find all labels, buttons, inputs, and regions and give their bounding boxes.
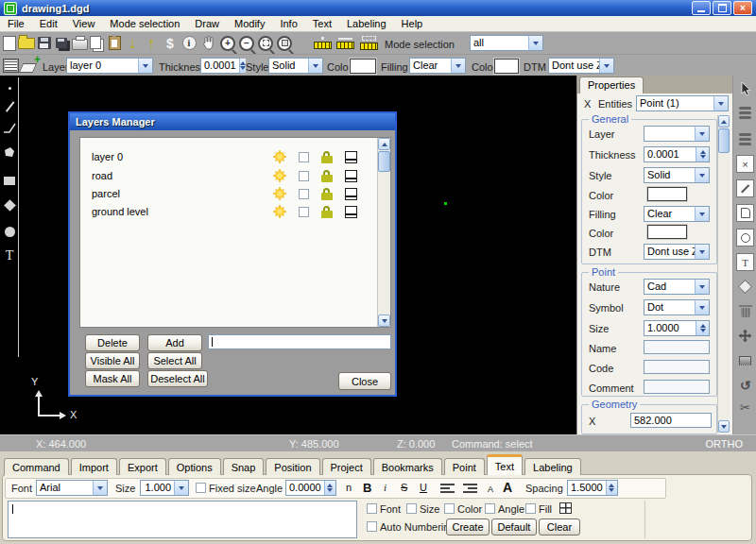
tab-properties[interactable]: Properties bbox=[579, 76, 644, 94]
format-strike-button[interactable]: S bbox=[401, 482, 407, 493]
lock-icon[interactable] bbox=[321, 151, 333, 163]
chevron-down-icon[interactable] bbox=[308, 59, 322, 73]
layer-checkbox[interactable] bbox=[299, 171, 309, 181]
menu-modify[interactable]: Modify bbox=[227, 17, 272, 30]
chevron-down-icon[interactable] bbox=[451, 59, 465, 73]
delete-button[interactable]: Delete bbox=[85, 334, 140, 351]
prop-color-swatch[interactable] bbox=[647, 187, 687, 201]
prop-filling-dropdown[interactable]: Clear bbox=[644, 206, 710, 222]
code-input[interactable] bbox=[644, 360, 710, 374]
option-fill-checkbox[interactable] bbox=[525, 503, 536, 514]
spacing-spinner[interactable]: 1.5000 bbox=[567, 480, 618, 496]
filling-dropdown[interactable]: Clear bbox=[409, 58, 466, 74]
text-size-dropdown[interactable]: 1.000 bbox=[140, 480, 189, 496]
list-scrollbar[interactable] bbox=[377, 138, 390, 327]
tool-diamond[interactable] bbox=[1, 196, 18, 213]
tab-project[interactable]: Project bbox=[322, 458, 371, 475]
panel-scrollbar[interactable] bbox=[717, 115, 730, 433]
menu-mode-selection[interactable]: Mode selection bbox=[102, 17, 187, 30]
layers-list-button[interactable] bbox=[2, 57, 19, 75]
format-italic-button[interactable]: i bbox=[384, 482, 387, 493]
entities-dropdown[interactable]: Point (1) bbox=[636, 95, 729, 111]
tab-point[interactable]: Point bbox=[444, 458, 485, 475]
drawn-point[interactable] bbox=[444, 202, 447, 205]
tool-text[interactable]: T bbox=[1, 247, 18, 264]
layer-row[interactable]: layer 0 bbox=[80, 147, 390, 166]
scroll-up-icon[interactable] bbox=[718, 115, 730, 128]
close-dialog-button[interactable]: Close bbox=[338, 372, 391, 390]
menu-help[interactable]: Help bbox=[394, 17, 431, 30]
lock-icon[interactable] bbox=[321, 170, 333, 182]
close-button[interactable]: × bbox=[733, 1, 752, 15]
line-tool-button[interactable] bbox=[736, 179, 754, 197]
mode-selection-dropdown[interactable]: all bbox=[470, 35, 543, 51]
zoom-in-button[interactable] bbox=[219, 34, 236, 52]
chevron-down-icon[interactable] bbox=[138, 59, 152, 73]
zoom-extents-button[interactable] bbox=[276, 34, 293, 52]
cut-button[interactable] bbox=[736, 399, 754, 416]
select-tool-button[interactable] bbox=[736, 79, 754, 97]
fill-style-icon[interactable] bbox=[345, 170, 357, 182]
chevron-down-icon[interactable] bbox=[695, 280, 709, 294]
new-layer-input[interactable] bbox=[208, 334, 391, 349]
prop-layer-dropdown[interactable] bbox=[644, 126, 710, 142]
tab-position[interactable]: Position bbox=[266, 458, 319, 475]
mask-all-button[interactable]: Mask All bbox=[85, 370, 140, 387]
auto-numbering-checkbox[interactable] bbox=[367, 521, 377, 532]
menu-file[interactable]: File bbox=[0, 17, 32, 30]
tool-point[interactable] bbox=[1, 79, 18, 96]
dialog-title-bar[interactable]: Layers Manager bbox=[70, 113, 395, 130]
select-all-button[interactable]: Select All bbox=[147, 352, 202, 369]
region-button[interactable] bbox=[736, 351, 754, 369]
prop-dtm-dropdown[interactable]: Dont use Z bbox=[644, 244, 710, 260]
currency-button[interactable] bbox=[162, 34, 179, 52]
restore-button[interactable] bbox=[713, 1, 731, 15]
tab-text[interactable]: Text bbox=[487, 454, 523, 475]
color-swatch[interactable] bbox=[350, 59, 376, 74]
copy-button[interactable] bbox=[88, 34, 105, 52]
visibility-sun-icon[interactable] bbox=[275, 189, 284, 198]
fill-color-swatch[interactable] bbox=[494, 59, 519, 74]
lock-icon[interactable] bbox=[321, 188, 333, 200]
tab-command[interactable]: Command bbox=[4, 458, 69, 475]
menu-info[interactable]: Info bbox=[272, 17, 304, 30]
scroll-down-icon[interactable] bbox=[718, 420, 730, 433]
tool-circle[interactable] bbox=[1, 223, 18, 240]
chevron-down-icon[interactable] bbox=[695, 300, 709, 314]
comment-input[interactable] bbox=[644, 380, 710, 394]
spinner-arrows-icon[interactable] bbox=[606, 481, 617, 495]
rotate-button[interactable] bbox=[736, 376, 754, 394]
angle-spinner[interactable]: 0.0000 bbox=[285, 480, 336, 496]
spinner-arrows-icon[interactable] bbox=[239, 59, 246, 73]
dtm-dropdown[interactable]: Dont use Z bbox=[548, 58, 614, 74]
visible-all-button[interactable]: Visible All bbox=[85, 352, 140, 369]
layers-stack-alt-button[interactable] bbox=[736, 130, 754, 148]
save-as-button[interactable] bbox=[53, 34, 70, 52]
layer-row[interactable]: parcel bbox=[80, 184, 390, 203]
option-color-checkbox[interactable] bbox=[444, 503, 455, 514]
chevron-down-icon[interactable] bbox=[93, 481, 107, 495]
scroll-thumb[interactable] bbox=[718, 128, 730, 153]
layer-dropdown[interactable]: layer 0 bbox=[66, 58, 153, 74]
tab-snap[interactable]: Snap bbox=[223, 458, 265, 475]
tool-polyline[interactable] bbox=[1, 119, 18, 136]
spinner-arrows-icon[interactable] bbox=[696, 147, 709, 162]
scroll-thumb[interactable] bbox=[378, 151, 390, 172]
geometry-x-input[interactable]: 582.000 bbox=[630, 413, 712, 428]
delete-node-button[interactable] bbox=[736, 155, 754, 173]
fill-style-icon[interactable] bbox=[345, 188, 357, 200]
layer-add-button[interactable] bbox=[19, 57, 36, 75]
measure-line-button[interactable] bbox=[336, 34, 353, 52]
export-button[interactable] bbox=[143, 34, 160, 52]
chevron-down-icon[interactable] bbox=[599, 59, 613, 73]
chevron-down-icon[interactable] bbox=[695, 207, 709, 221]
visibility-sun-icon[interactable] bbox=[275, 171, 284, 180]
chevron-down-icon[interactable] bbox=[695, 245, 709, 259]
layer-row[interactable]: road bbox=[80, 166, 390, 185]
deselect-all-button[interactable]: Deselect All bbox=[147, 370, 208, 387]
style-dropdown[interactable]: Solid bbox=[268, 58, 323, 74]
tab-options[interactable]: Options bbox=[168, 458, 221, 475]
info-button[interactable] bbox=[180, 34, 198, 52]
delete-button[interactable] bbox=[736, 302, 754, 320]
polygon-tool-button[interactable] bbox=[736, 204, 754, 222]
